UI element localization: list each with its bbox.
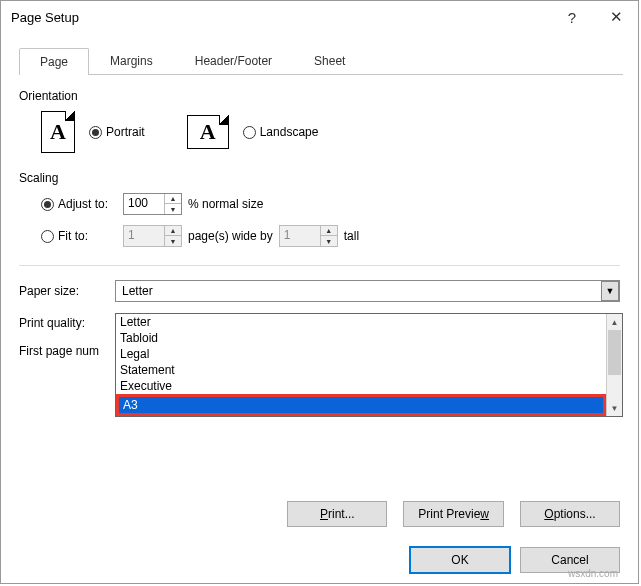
- spinner-down-icon[interactable]: ▼: [165, 204, 181, 214]
- fit-tall-spinner[interactable]: 1 ▲ ▼: [279, 225, 338, 247]
- fit-wide-spinner[interactable]: 1 ▲ ▼: [123, 225, 182, 247]
- radio-icon: [243, 126, 256, 139]
- options-button[interactable]: Options...: [520, 501, 620, 527]
- scroll-track[interactable]: [607, 330, 622, 400]
- tab-header-footer[interactable]: Header/Footer: [174, 47, 293, 74]
- chevron-down-icon[interactable]: ▼: [601, 281, 619, 301]
- fit-to-radio[interactable]: Fit to:: [41, 229, 113, 243]
- ok-button[interactable]: OK: [410, 547, 510, 573]
- radio-icon: [41, 230, 54, 243]
- dropdown-scrollbar[interactable]: ▲ ▼: [606, 314, 622, 416]
- watermark: wsxdn.com: [568, 568, 618, 579]
- tab-page[interactable]: Page: [19, 48, 89, 75]
- print-preview-button[interactable]: Print Preview: [403, 501, 504, 527]
- divider: [19, 265, 620, 266]
- orientation-label: Orientation: [19, 89, 620, 103]
- paper-size-combo[interactable]: Letter ▼: [115, 280, 620, 302]
- spinner-up-icon[interactable]: ▲: [321, 226, 337, 236]
- adjust-to-radio[interactable]: Adjust to:: [41, 197, 113, 211]
- dropdown-item-legal[interactable]: Legal: [116, 346, 606, 362]
- paper-size-dropdown: Letter Tabloid Legal Statement Executive…: [115, 313, 623, 417]
- dropdown-item-statement[interactable]: Statement: [116, 362, 606, 378]
- radio-icon: [41, 198, 54, 211]
- window-title: Page Setup: [11, 10, 550, 25]
- spinner-down-icon[interactable]: ▼: [165, 236, 181, 246]
- first-page-label: First page num: [19, 344, 115, 358]
- dropdown-item-a3[interactable]: A3: [116, 394, 606, 416]
- adjust-spinner[interactable]: 100 ▲ ▼: [123, 193, 182, 215]
- scroll-thumb[interactable]: [608, 330, 621, 375]
- fit-wide-suffix: page(s) wide by: [188, 229, 273, 243]
- landscape-radio[interactable]: Landscape: [243, 125, 319, 139]
- adjust-suffix: % normal size: [188, 197, 263, 211]
- scroll-up-icon[interactable]: ▲: [607, 314, 622, 330]
- close-button[interactable]: ✕: [594, 1, 638, 33]
- print-quality-label: Print quality:: [19, 316, 115, 330]
- portrait-icon: A: [41, 111, 75, 153]
- dropdown-item-letter[interactable]: Letter: [116, 314, 606, 330]
- spinner-up-icon[interactable]: ▲: [165, 194, 181, 204]
- dropdown-item-tabloid[interactable]: Tabloid: [116, 330, 606, 346]
- scaling-label: Scaling: [19, 171, 620, 185]
- paper-size-label: Paper size:: [19, 284, 115, 298]
- tabs: Page Margins Header/Footer Sheet: [19, 47, 623, 75]
- scroll-down-icon[interactable]: ▼: [607, 400, 622, 416]
- tab-sheet[interactable]: Sheet: [293, 47, 366, 74]
- help-button[interactable]: ?: [550, 1, 594, 33]
- dropdown-item-executive[interactable]: Executive: [116, 378, 606, 394]
- portrait-radio[interactable]: Portrait: [89, 125, 145, 139]
- spinner-up-icon[interactable]: ▲: [165, 226, 181, 236]
- tab-margins[interactable]: Margins: [89, 47, 174, 74]
- spinner-down-icon[interactable]: ▼: [321, 236, 337, 246]
- fit-tall-suffix: tall: [344, 229, 359, 243]
- landscape-icon: A: [187, 115, 229, 149]
- print-button[interactable]: Print...: [287, 501, 387, 527]
- radio-icon: [89, 126, 102, 139]
